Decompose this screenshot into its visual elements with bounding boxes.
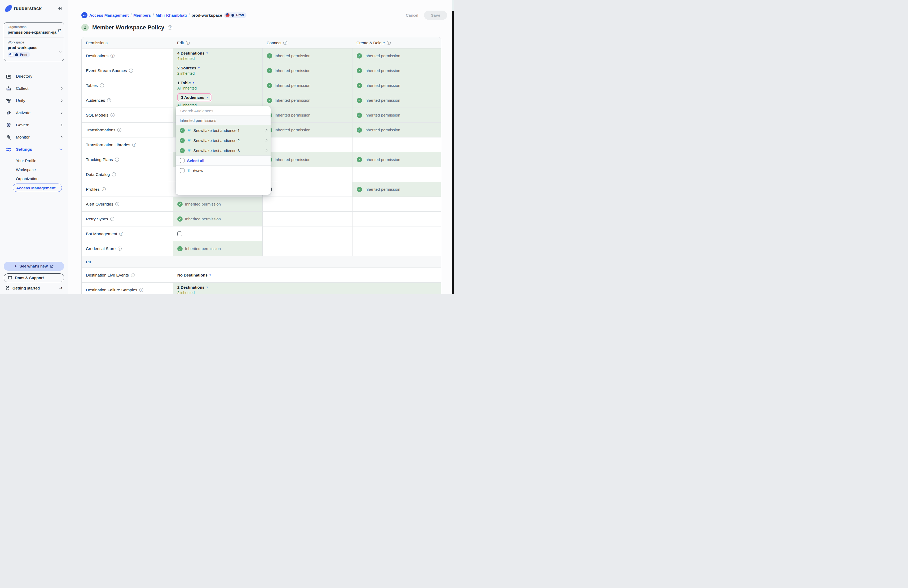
cell-c3-transformations: ✓Inherited permission [262, 123, 352, 137]
info-icon[interactable]: i [129, 69, 133, 72]
event-stream-sources-dropdown-button[interactable]: 2 Sources ▾ [177, 66, 262, 70]
cancel-button[interactable]: Cancel [406, 13, 418, 18]
getting-started-label: Getting started [13, 286, 40, 290]
audiences-dropdown-button[interactable]: 3 Audiences ▾ [177, 93, 211, 101]
destination-live-events-dropdown-button[interactable]: No Destinations ▾ [177, 273, 441, 277]
sidebar-item-settings[interactable]: Settings [4, 143, 64, 156]
info-icon[interactable]: i [387, 41, 391, 45]
select-all-option[interactable]: Select all [176, 156, 270, 165]
sidebar-item-collect[interactable]: Collect [4, 82, 64, 95]
cell-c3-sql-models: ✓Inherited permission [262, 108, 352, 122]
snowflake-icon: ❄ [187, 148, 191, 153]
info-icon[interactable]: i [100, 84, 104, 87]
sidebar-item-unify[interactable]: Unify [4, 95, 64, 107]
organization-selector[interactable]: Organization permissions-expansion-qa ⇄ [4, 22, 64, 38]
info-icon[interactable]: i [186, 41, 190, 45]
info-icon[interactable]: i [107, 98, 111, 102]
breadcrumb-item[interactable]: Access Management [89, 13, 129, 18]
table-row-destination-live-events: Destination Live Events iNo Destinations… [82, 268, 441, 283]
help-icon[interactable]: ? [168, 26, 172, 30]
audience-option[interactable]: ❄ dwew [176, 165, 270, 176]
swap-org-icon[interactable]: ⇄ [58, 27, 61, 33]
activate-icon [5, 110, 12, 116]
info-icon[interactable]: i [283, 41, 287, 45]
cell-c4-audiences: ✓Inherited permission [352, 93, 441, 108]
table-header: PermissionsEditiConnectiCreate & Deletei [82, 37, 441, 48]
destination-failure-samples-dropdown-button[interactable]: 2 Destinations ▾ [177, 285, 441, 289]
sidebar-collapse-icon[interactable] [58, 6, 63, 11]
table-row-audiences: Audiences i3 Audiences ▾All inherited✓In… [82, 93, 441, 108]
check-circle-icon: ✓ [267, 98, 272, 103]
see-whats-new-button[interactable]: ✦ See what's new [4, 262, 64, 271]
info-icon[interactable]: i [131, 273, 135, 277]
book-icon [8, 275, 13, 280]
info-icon[interactable]: i [132, 143, 136, 147]
info-icon[interactable]: i [119, 232, 123, 236]
collect-icon [5, 85, 12, 92]
rabbit-icon [5, 286, 10, 291]
getting-started-button[interactable]: Getting started → [4, 286, 64, 291]
breadcrumb-item: prod-workspace [192, 13, 222, 18]
info-icon[interactable]: i [112, 172, 116, 177]
info-icon[interactable]: i [115, 157, 119, 162]
sidebar-item-directory[interactable]: Directory [4, 70, 64, 82]
bot-management-checkbox[interactable] [177, 231, 182, 236]
sidebar-item-govern[interactable]: Govern [4, 119, 64, 131]
breadcrumb-separator: / [189, 13, 190, 17]
docs-support-button[interactable]: Docs & Support [4, 273, 64, 282]
chevron-right-icon [264, 149, 267, 152]
audience-option[interactable]: ✓ ❄ Snowflake test audience 1 [176, 125, 270, 135]
audience-option[interactable]: ✓ ❄ Snowflake test audience 3 [176, 145, 270, 156]
info-icon[interactable]: i [111, 54, 114, 58]
sidebar-item-label: Settings [16, 147, 60, 152]
breadcrumb-separator: / [130, 13, 132, 17]
unify-icon [5, 98, 12, 104]
workspace-label: Workspace [8, 40, 60, 44]
sidebar-subitem-access-management[interactable]: Access Management [13, 183, 62, 192]
scrollbar-thumb[interactable] [452, 11, 454, 294]
sidebar-item-activate[interactable]: Activate [4, 107, 64, 119]
chevron-right-icon [60, 124, 62, 126]
select-all-checkbox[interactable] [180, 158, 185, 163]
scrollbar-track [452, 0, 454, 294]
back-button[interactable]: ← [81, 12, 87, 18]
cell-c2-tables: 1 Table ▾All inherited [173, 78, 262, 93]
sidebar-subitem-organization[interactable]: Organization [4, 174, 64, 183]
search-audiences-input[interactable] [180, 108, 262, 114]
destinations-dropdown-button[interactable]: 4 Destinations ▾ [177, 51, 262, 55]
sidebar-item-monitor[interactable]: Monitor [4, 131, 64, 143]
sidebar-nav: Directory Collect Unify Activate Govern … [4, 70, 64, 156]
folder-icon [5, 73, 12, 79]
info-icon[interactable]: i [115, 202, 119, 206]
sidebar-item-label: Activate [16, 111, 60, 115]
audience-checkbox[interactable] [180, 168, 185, 173]
chevron-down-icon[interactable] [59, 50, 61, 52]
monitor-icon [5, 134, 12, 140]
audience-option[interactable]: ✓ ❄ Snowflake test audience 2 [176, 135, 270, 145]
info-icon[interactable]: i [139, 288, 143, 292]
sidebar-subitem-your-profile[interactable]: Your Profile [4, 156, 64, 165]
breadcrumb-item[interactable]: Members [133, 13, 151, 18]
info-icon[interactable]: i [102, 187, 106, 191]
us-flag-icon [225, 13, 230, 17]
cell-c4-tables: ✓Inherited permission [352, 78, 441, 93]
tables-dropdown-button[interactable]: 1 Table ▾ [177, 80, 262, 85]
info-icon[interactable]: i [111, 113, 114, 117]
save-button[interactable]: Save [424, 11, 447, 20]
settings-icon [5, 146, 12, 153]
info-icon[interactable]: i [110, 217, 114, 221]
cell-c3-alert-overrides [262, 197, 352, 211]
table-row-alert-overrides: Alert Overrides i✓Inherited permission [82, 197, 441, 212]
table-row-destinations: Destinations i4 Destinations ▾4 inherite… [82, 48, 441, 63]
info-icon[interactable]: i [118, 247, 122, 251]
breadcrumb-item[interactable]: Mihir Khambhati [156, 13, 187, 18]
sidebar-subitem-workspace[interactable]: Workspace [4, 165, 64, 174]
chevron-right-icon [264, 139, 267, 142]
info-icon[interactable]: i [118, 128, 121, 132]
workspace-selector[interactable]: Workspace prod-workspace Prod [4, 38, 64, 61]
audience-search-row [176, 106, 270, 116]
check-circle-icon: ✓ [180, 148, 185, 153]
audiences-dropdown-popup: Inherited permissions ✓ ❄ Snowflake test… [176, 106, 270, 195]
badge-label: Prod [236, 13, 243, 17]
column-header-create-delete: Create & Deletei [352, 37, 441, 48]
